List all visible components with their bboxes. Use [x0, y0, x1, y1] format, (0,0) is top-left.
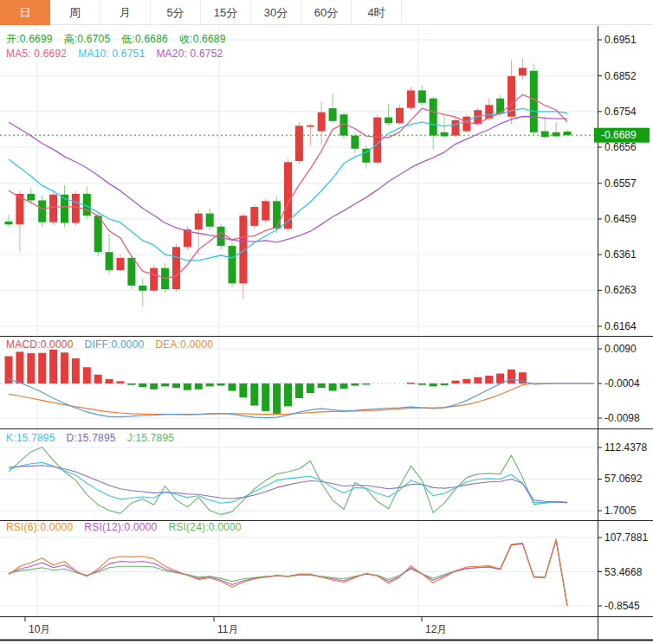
timeframe-tab-日[interactable]: 日	[0, 0, 50, 25]
candlestick-chart-app: 0.69510.68520.67540.66560.65570.64590.63…	[0, 0, 653, 644]
svg-text:0.6361: 0.6361	[605, 248, 637, 261]
ohlc-legend-item: 高:0.6705	[64, 33, 111, 45]
svg-text:1.7005: 1.7005	[605, 505, 637, 517]
svg-text:0.0090: 0.0090	[605, 343, 637, 355]
svg-text:0.6164: 0.6164	[605, 320, 637, 332]
svg-text:12月: 12月	[425, 623, 447, 635]
timeframe-tab-5分[interactable]: 5分	[151, 0, 201, 25]
svg-text:-0.6689: -0.6689	[601, 129, 637, 141]
rsi-legend-item: RSI(6):0.0000	[6, 521, 73, 533]
kdj-legend-item: K:15.7895	[6, 432, 55, 444]
svg-text:-0.0098: -0.0098	[605, 412, 640, 424]
timeframe-tab-60分[interactable]: 60分	[301, 0, 352, 25]
macd-legend: MACD:0.0000DIFF:0.0000DEA:0.0000	[6, 338, 224, 351]
svg-text:0.6951: 0.6951	[605, 34, 637, 46]
timeframe-tab-15分[interactable]: 15分	[201, 0, 251, 25]
rsi-legend-item: RSI(12):0.0000	[84, 521, 157, 533]
ohlc-legend-item: 开:0.6699	[6, 33, 53, 45]
svg-text:-0.8545: -0.8545	[605, 600, 640, 612]
svg-text:112.4378: 112.4378	[605, 441, 647, 454]
svg-text:57.0692: 57.0692	[605, 473, 643, 485]
ma-legend: MA5: 0.6692MA10: 0.6751MA20: 0.6752	[6, 48, 235, 60]
kdj-legend-item: D:15.7895	[67, 432, 116, 444]
macd-legend-item: DIFF:0.0000	[85, 338, 145, 351]
svg-text:107.7881: 107.7881	[605, 531, 648, 544]
timeframe-tab-周[interactable]: 周	[50, 0, 100, 25]
svg-text:0.6852: 0.6852	[605, 70, 637, 82]
timeframe-tab-30分[interactable]: 30分	[251, 0, 301, 25]
svg-text:11月: 11月	[217, 623, 238, 635]
svg-text:-0.0004: -0.0004	[605, 377, 640, 390]
ohlc-legend-item: 收:0.6689	[179, 33, 226, 45]
macd-legend-item: MACD:0.0000	[6, 338, 74, 351]
timeframe-tab-4时[interactable]: 4时	[352, 0, 402, 25]
kdj-legend: K:15.7895D:15.7895J:15.7895	[6, 432, 185, 444]
svg-text:0.6263: 0.6263	[605, 284, 637, 296]
chart-canvas[interactable]: 0.69510.68520.67540.66560.65570.64590.63…	[0, 0, 653, 644]
ma-legend-item: MA10: 0.6751	[78, 48, 145, 60]
timeframe-toolbar: 日周月5分15分30分60分4时	[0, 0, 653, 25]
rsi-legend: RSI(6):0.0000RSI(12):0.0000RSI(24):0.000…	[6, 521, 253, 533]
svg-text:0.6459: 0.6459	[605, 213, 637, 225]
ohlc-legend-item: 低:0.6686	[121, 33, 168, 45]
svg-text:0.6656: 0.6656	[605, 141, 637, 153]
macd-legend-item: DEA:0.0000	[155, 338, 213, 351]
svg-text:0.6754: 0.6754	[605, 106, 637, 118]
ma-legend-item: MA20: 0.6752	[156, 48, 223, 60]
svg-text:53.4668: 53.4668	[605, 566, 643, 578]
svg-text:10月: 10月	[29, 623, 50, 635]
ohlc-legend: 开:0.6699高:0.6705低:0.6686收:0.6689	[6, 32, 237, 47]
kdj-legend-item: J:15.7895	[127, 432, 175, 444]
svg-text:0.6557: 0.6557	[605, 177, 637, 190]
ma-legend-item: MA5: 0.6692	[6, 48, 67, 60]
timeframe-tab-月[interactable]: 月	[100, 0, 151, 25]
rsi-legend-item: RSI(24):0.0000	[169, 521, 242, 533]
